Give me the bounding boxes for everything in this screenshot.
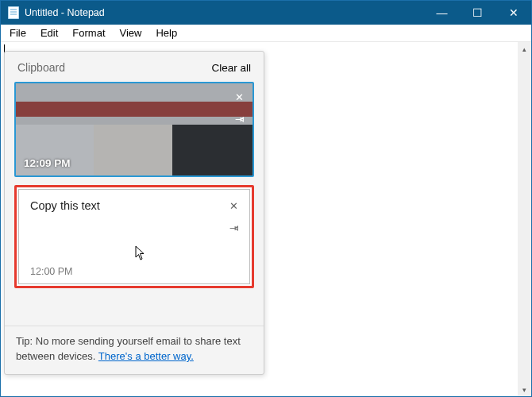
notepad-window: Untitled - Notepad — ☐ ✕ File Edit Forma… [0,0,532,397]
scroll-track[interactable] [518,56,531,383]
menubar: File Edit Format View Help [1,25,531,42]
clipboard-item-timestamp: 12:00 PM [30,266,238,277]
menu-help[interactable]: Help [148,25,184,40]
svg-rect-0 [8,6,19,19]
menu-edit[interactable]: Edit [33,25,65,40]
clipboard-header: Clipboard Clear all [5,52,264,82]
clipboard-item-text[interactable]: Copy this text 12:00 PM ✕ [14,185,254,288]
scroll-down-icon[interactable]: ▾ [518,383,531,396]
pin-item-icon[interactable] [230,110,248,128]
delete-item-icon[interactable]: ✕ [230,88,248,106]
cursor-icon [135,245,146,261]
titlebar[interactable]: Untitled - Notepad — ☐ ✕ [1,1,531,25]
minimize-button[interactable]: — [424,1,460,25]
clipboard-title: Clipboard [17,61,65,74]
clear-all-button[interactable]: Clear all [211,62,251,74]
clipboard-item-image[interactable]: 12:09 PM ✕ [14,82,254,177]
editor-area[interactable]: ▴ ▾ Clipboard Clear all 12:09 PM ✕ [1,42,531,396]
clipboard-tip: Tip: No more sending yourself email to s… [5,326,264,374]
menu-view[interactable]: View [113,25,149,40]
maximize-button[interactable]: ☐ [460,1,495,25]
close-button[interactable]: ✕ [495,1,531,25]
window-title: Untitled - Notepad [25,7,105,18]
pin-item-icon[interactable] [225,219,242,237]
tip-link[interactable]: There's a better way. [98,350,194,362]
vertical-scrollbar[interactable]: ▴ ▾ [518,42,531,396]
menu-file[interactable]: File [2,25,33,40]
delete-item-icon[interactable]: ✕ [225,197,242,214]
clipboard-panel: Clipboard Clear all 12:09 PM ✕ [4,51,264,375]
notepad-icon [7,6,20,19]
scroll-up-icon[interactable]: ▴ [518,42,531,56]
clipboard-item-timestamp: 12:09 PM [24,157,71,169]
clipboard-items: 12:09 PM ✕ Copy this text [5,82,264,326]
menu-format[interactable]: Format [65,25,112,40]
clipboard-text-content: Copy this text [30,199,238,212]
